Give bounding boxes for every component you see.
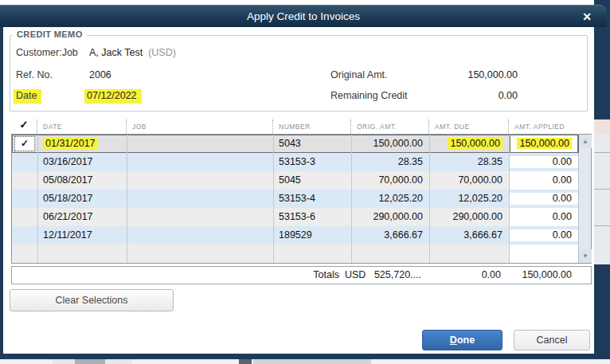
cell-job[interactable] xyxy=(127,190,273,208)
totals-amt-due: 0.00 xyxy=(482,267,501,284)
cell-orig-amt[interactable]: 28.35 xyxy=(351,153,429,171)
background-app-row xyxy=(594,119,610,134)
background-divider xyxy=(594,189,610,190)
table-row[interactable]: 05/18/201753153-412,025.2012,025.200.00 xyxy=(12,190,579,208)
cell-date[interactable]: 05/08/2017 xyxy=(37,171,127,190)
cell-date[interactable]: 06/21/2017 xyxy=(37,208,127,226)
cell-amt-applied[interactable]: 150,000.00 xyxy=(509,135,578,153)
cell-orig-amt[interactable]: 70,000.00 xyxy=(351,171,429,190)
cell-date[interactable]: 03/16/2017 xyxy=(37,153,127,171)
customer-job-value: A, Jack Test (USD) xyxy=(89,47,176,58)
row-checkbox[interactable] xyxy=(12,153,37,171)
row-checkbox[interactable] xyxy=(12,226,37,245)
empty-row[interactable] xyxy=(12,245,579,263)
cell-job[interactable] xyxy=(127,153,273,171)
cell-amt-applied[interactable] xyxy=(509,245,578,263)
table-row[interactable]: ✓01/31/20175043150,000.00150,000.00150,0… xyxy=(12,135,579,153)
dialog-titlebar: Apply Credit to Invoices ✕ xyxy=(0,5,607,27)
table-row[interactable]: 03/16/201753153-328.3528.350.00 xyxy=(12,153,579,171)
check-column-header-icon[interactable]: ✓ xyxy=(11,118,37,132)
background-hscrollbar[interactable] xyxy=(253,359,371,364)
cell-amt-due[interactable]: 70,000.00 xyxy=(429,171,509,190)
done-button[interactable]: Done xyxy=(422,330,502,350)
cell-date[interactable]: 05/18/2017 xyxy=(37,190,127,208)
cell-date[interactable] xyxy=(37,245,127,263)
invoice-grid: ✓01/31/20175043150,000.00150,000.00150,0… xyxy=(11,134,592,264)
cell-job[interactable] xyxy=(127,135,273,153)
cell-job[interactable] xyxy=(127,226,273,245)
date-label: Date xyxy=(14,90,41,101)
cell-amt-applied[interactable]: 0.00 xyxy=(509,153,578,171)
cell-amt-due[interactable]: 290,000.00 xyxy=(429,208,509,226)
cell-date[interactable]: 12/11/2017 xyxy=(37,226,127,245)
cell-number[interactable]: 5045 xyxy=(273,171,351,190)
cell-orig-amt[interactable]: 290,000.00 xyxy=(351,208,429,226)
cell-amt-due[interactable]: 28.35 xyxy=(429,153,509,171)
cell-amt-applied[interactable]: 0.00 xyxy=(509,208,578,226)
grid-rows: ✓01/31/20175043150,000.00150,000.00150,0… xyxy=(12,135,579,263)
row-checkbox[interactable]: ✓ xyxy=(12,135,37,153)
cell-amt-applied[interactable]: 0.00 xyxy=(509,171,578,190)
cell-date[interactable]: 01/31/2017 xyxy=(37,135,127,153)
cell-number[interactable]: 53153-4 xyxy=(273,190,351,208)
table-row[interactable]: 05/08/2017504570,000.0070,000.000.00 xyxy=(12,171,579,190)
cell-number[interactable] xyxy=(273,245,351,263)
cell-orig-amt[interactable]: 3,666.67 xyxy=(351,226,429,245)
background-icons xyxy=(239,358,252,364)
column-header-number[interactable]: NUMBER xyxy=(272,119,350,134)
cell-amt-due[interactable]: 150,000.00 xyxy=(429,135,509,153)
cell-number[interactable]: 53153-3 xyxy=(273,153,351,171)
ref-no-label: Ref. No. xyxy=(16,69,53,80)
cell-number[interactable]: 5043 xyxy=(273,135,351,153)
scroll-down-icon[interactable]: ▼ xyxy=(579,249,592,263)
row-checkbox[interactable] xyxy=(12,245,37,263)
cell-amt-applied[interactable]: 0.00 xyxy=(509,226,578,245)
dialog-bottom-border xyxy=(0,354,594,359)
background-app-rows xyxy=(594,134,610,264)
column-header-date[interactable]: DATE xyxy=(37,119,126,134)
row-checkbox[interactable] xyxy=(12,190,37,208)
cell-orig-amt[interactable]: 12,025.20 xyxy=(351,190,429,208)
row-checkbox[interactable] xyxy=(12,171,37,190)
totals-label: Totals xyxy=(313,267,339,284)
table-row[interactable]: 06/21/201753153-6290,000.00290,000.000.0… xyxy=(12,208,579,226)
column-header-amt-applied[interactable]: AMT. APPLIED xyxy=(508,119,592,134)
totals-currency: USD xyxy=(345,267,366,284)
totals-row: Totals USD 525,720.... 0.00 150,000.00 xyxy=(11,266,592,284)
original-amt-label: Original Amt. xyxy=(330,69,388,80)
totals-orig-amt: 525,720.... xyxy=(374,267,421,284)
customer-currency: (USD) xyxy=(148,47,176,58)
cell-job[interactable] xyxy=(127,245,273,263)
cell-number[interactable]: 53153-6 xyxy=(273,208,351,226)
date-value: 07/12/2022 xyxy=(84,90,142,101)
dialog-title: Apply Credit to Invoices xyxy=(0,6,607,28)
totals-amt-applied: 150,000.00 xyxy=(522,267,572,284)
cell-amt-due[interactable] xyxy=(429,245,509,263)
column-header-orig-amt[interactable]: ORIG. AMT. xyxy=(350,119,428,134)
scroll-up-icon[interactable]: ▲ xyxy=(579,135,592,148)
checkmark-icon: ✓ xyxy=(14,136,35,151)
cell-orig-amt[interactable] xyxy=(351,245,429,263)
cell-job[interactable] xyxy=(127,208,273,226)
cell-amt-applied[interactable]: 0.00 xyxy=(509,190,578,208)
background-divider xyxy=(594,225,610,226)
cell-amt-due[interactable]: 3,666.67 xyxy=(429,226,509,245)
background-divider xyxy=(594,152,610,153)
remaining-credit-value: 0.00 xyxy=(398,90,518,101)
background-hscrollbar-thumb[interactable] xyxy=(75,359,105,364)
customer-job-label: Customer:Job xyxy=(16,47,78,58)
credit-memo-section-label: CREDIT MEMO xyxy=(13,29,87,39)
cell-amt-due[interactable]: 12,025.20 xyxy=(429,190,509,208)
vertical-scrollbar[interactable]: ▲ ▼ xyxy=(578,135,591,263)
cancel-button[interactable]: Cancel xyxy=(514,330,590,350)
column-header-job[interactable]: JOB xyxy=(126,119,272,134)
row-checkbox[interactable] xyxy=(12,208,37,226)
cell-job[interactable] xyxy=(127,171,273,190)
ref-no-value: 2006 xyxy=(89,69,111,80)
column-header-amt-due[interactable]: AMT. DUE xyxy=(428,119,508,134)
table-row[interactable]: 12/11/20171895293,666.673,666.670.00 xyxy=(12,226,579,245)
cell-orig-amt[interactable]: 150,000.00 xyxy=(351,135,429,153)
clear-selections-button[interactable]: Clear Selections xyxy=(10,289,174,311)
close-icon[interactable]: ✕ xyxy=(580,10,594,24)
cell-number[interactable]: 189529 xyxy=(273,226,351,245)
